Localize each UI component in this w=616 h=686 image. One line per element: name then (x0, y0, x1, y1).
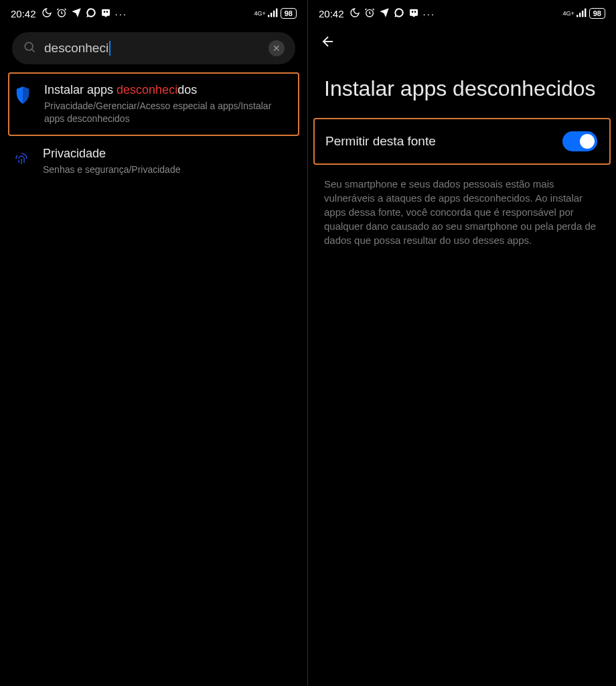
back-arrow-icon[interactable] (320, 33, 336, 54)
page-title: Instalar apps desconhecidos (308, 63, 616, 118)
status-left: 20:42 ··· (319, 7, 435, 20)
match-highlight: desconheci (117, 83, 177, 96)
phone-screen-left: 20:42 ··· 4G+ (0, 0, 308, 686)
shield-icon (12, 84, 33, 106)
more-icon: ··· (115, 8, 128, 19)
status-icons: ··· (42, 7, 128, 20)
discord-icon (100, 7, 111, 20)
svg-rect-7 (576, 15, 578, 17)
search-bar[interactable]: desconheci ✕ (12, 32, 295, 64)
svg-rect-8 (579, 13, 581, 17)
telegram-icon (71, 7, 82, 20)
clock: 20:42 (319, 8, 344, 19)
svg-rect-9 (582, 11, 583, 17)
search-icon (23, 40, 36, 56)
moon-icon (350, 7, 360, 20)
signal-icon (268, 8, 279, 19)
status-bar: 20:42 ··· 4G+ (308, 0, 616, 24)
result-title: Privacidade (43, 147, 295, 161)
status-icons: ··· (350, 7, 436, 20)
status-right: 4G+ 98 (562, 8, 605, 19)
battery-indicator: 98 (281, 8, 297, 19)
status-right: 4G+ 98 (254, 8, 297, 19)
battery-percent: 98 (285, 9, 293, 17)
discord-icon (408, 7, 419, 20)
moon-icon (42, 7, 52, 20)
clear-search-button[interactable]: ✕ (268, 40, 285, 56)
battery-percent: 98 (593, 9, 601, 17)
warning-description: Seu smartphone e seus dados pessoais est… (308, 165, 616, 259)
text-cursor (109, 41, 110, 56)
status-left: 20:42 ··· (11, 7, 127, 20)
svg-rect-4 (276, 9, 277, 17)
search-input[interactable]: desconheci (44, 41, 268, 56)
phone-screen-right: 20:42 ··· 4G+ (308, 0, 616, 686)
result-path: Privacidade/Gerenciar/Acesso especial a … (44, 100, 294, 125)
svg-rect-1 (268, 15, 269, 17)
battery-indicator: 98 (589, 8, 605, 19)
alarm-icon (56, 7, 67, 20)
clock: 20:42 (11, 8, 36, 19)
toggle-knob (580, 134, 595, 149)
fingerprint-icon (11, 148, 32, 169)
toggle-switch[interactable] (562, 131, 597, 151)
more-icon: ··· (423, 8, 436, 19)
allow-source-toggle-row[interactable]: Permitir desta fonte (313, 118, 611, 165)
svg-rect-10 (585, 9, 586, 17)
network-label: 4G+ (254, 11, 265, 17)
whatsapp-icon (86, 7, 96, 20)
search-query: desconheci (44, 41, 108, 55)
result-body: Instalar apps desconhecidos Privacidade/… (44, 83, 294, 125)
status-bar: 20:42 ··· 4G+ (0, 0, 307, 24)
search-result-privacy[interactable]: Privacidade Senhas e segurança/Privacida… (0, 137, 307, 186)
network-label: 4G+ (562, 11, 574, 17)
alarm-icon (364, 7, 375, 20)
toggle-label: Permitir desta fonte (325, 134, 436, 149)
result-title: Instalar apps desconhecidos (44, 83, 294, 97)
svg-rect-2 (271, 13, 272, 17)
page-header (308, 24, 616, 63)
result-body: Privacidade Senhas e segurança/Privacida… (43, 147, 295, 176)
svg-point-5 (25, 42, 33, 50)
whatsapp-icon (394, 7, 404, 20)
signal-icon (576, 8, 587, 19)
result-path: Senhas e segurança/Privacidade (43, 163, 295, 176)
telegram-icon (379, 7, 390, 20)
search-result-install-unknown[interactable]: Instalar apps desconhecidos Privacidade/… (8, 72, 299, 136)
svg-rect-3 (273, 11, 275, 17)
